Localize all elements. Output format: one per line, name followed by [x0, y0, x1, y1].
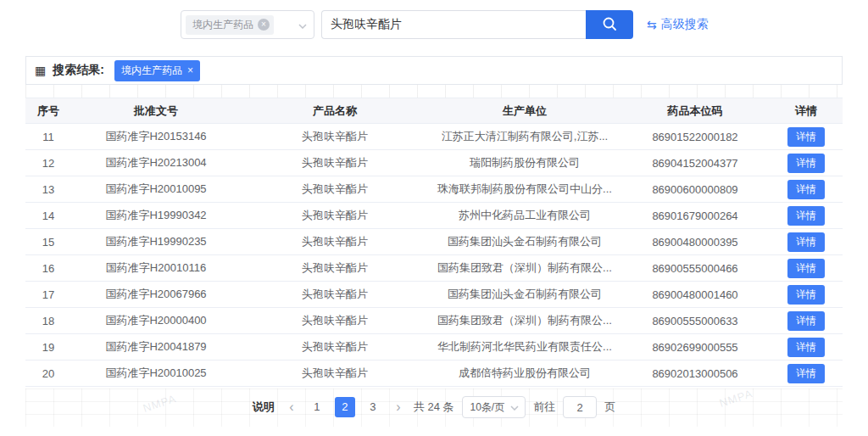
table-row: 15国药准字H19990235头孢呋辛酯片国药集团汕头金石制药有限公司86900… [25, 229, 843, 255]
header-manufacturer: 生产单位 [429, 98, 620, 124]
detail-button[interactable]: 详情 [787, 338, 825, 357]
goto-page-input[interactable] [563, 396, 597, 418]
table-row: 16国药准字H20010116头孢呋辛酯片国药集团致君（深圳）制药有限公...8… [25, 255, 843, 282]
page-button-3[interactable]: 3 [363, 397, 383, 417]
page-size-select[interactable]: 10条/页 [462, 396, 526, 418]
results-filter-tag[interactable]: 境内生产药品 × [114, 60, 200, 81]
table-row: 18国药准字H20000400头孢呋辛酯片国药集团致君（深圳）制药有限公...8… [25, 308, 843, 334]
header-approval-number: 批准文号 [71, 98, 241, 124]
header-detail: 详情 [770, 98, 843, 124]
total-count-label: 共 24 条 [414, 400, 454, 415]
approval-number: 国药准字H20041879 [71, 334, 241, 361]
table-body: 11国药准字H20153146头孢呋辛酯片江苏正大清江制药有限公司,江苏...8… [25, 124, 843, 387]
row-no: 17 [25, 282, 71, 308]
header-drug-code: 药品本位码 [620, 98, 770, 124]
detail-button[interactable]: 详情 [787, 206, 825, 226]
manufacturer: 国药集团致君（深圳）制药有限公... [429, 255, 620, 282]
product-name: 头孢呋辛酯片 [241, 282, 429, 308]
approval-number: 国药准字H20010095 [71, 176, 241, 203]
search-input[interactable] [321, 10, 586, 39]
row-no: 13 [25, 176, 71, 203]
detail-button[interactable]: 详情 [787, 311, 825, 331]
manufacturer: 华北制药河北华民药业有限责任公... [429, 334, 620, 361]
detail-cell: 详情 [770, 203, 843, 229]
table-header-row: 序号 批准文号 产品名称 生产单位 药品本位码 详情 [25, 98, 843, 124]
table-row: 19国药准字H20041879头孢呋辛酯片华北制药河北华民药业有限责任公...8… [25, 334, 843, 361]
drug-code: 86900600000809 [620, 176, 770, 203]
drug-code: 86900480000395 [620, 229, 770, 255]
approval-number: 国药准字H20000400 [71, 308, 241, 334]
header-product-name: 产品名称 [241, 98, 429, 124]
tag-remove-icon[interactable]: × [258, 19, 270, 31]
detail-button[interactable]: 详情 [787, 180, 825, 199]
drug-code: 86900480001460 [620, 282, 770, 308]
detail-cell: 详情 [770, 308, 843, 334]
filter-icon: ⇆ [647, 19, 657, 31]
results-label: 搜索结果: [53, 63, 104, 78]
product-name: 头孢呋辛酯片 [241, 255, 429, 282]
results-filter-tag-label: 境内生产药品 [121, 64, 182, 78]
manufacturer: 江苏正大清江制药有限公司,江苏... [429, 124, 620, 150]
approval-number: 国药准字H20213004 [71, 150, 241, 176]
drug-code: 86904152004377 [620, 150, 770, 176]
row-no: 11 [25, 124, 71, 150]
row-no: 15 [25, 229, 71, 255]
next-page-button[interactable]: › [391, 400, 406, 414]
table-row: 17国药准字H20067966头孢呋辛酯片国药集团汕头金石制药有限公司86900… [25, 282, 843, 308]
manufacturer: 国药集团汕头金石制药有限公司 [429, 229, 620, 255]
page-size-value: 10条/页 [470, 400, 505, 415]
row-no: 12 [25, 150, 71, 176]
detail-button[interactable]: 详情 [787, 154, 825, 173]
detail-button[interactable]: 详情 [787, 285, 825, 305]
product-name: 头孢呋辛酯片 [241, 176, 429, 203]
detail-cell: 详情 [770, 282, 843, 308]
row-no: 18 [25, 308, 71, 334]
advanced-search-label: 高级搜索 [661, 17, 709, 32]
manufacturer: 国药集团致君（深圳）制药有限公... [429, 308, 620, 334]
results-header: ▦ 搜索结果: 境内生产药品 × [25, 56, 843, 85]
approval-number: 国药准字H20010116 [71, 255, 241, 282]
drug-type-tag: 境内生产药品 × [186, 15, 274, 35]
search-button[interactable] [586, 10, 633, 39]
table-row: 14国药准字H19990342头孢呋辛酯片苏州中化药品工业有限公司8690167… [25, 203, 843, 229]
approval-number: 国药准字H20067966 [71, 282, 241, 308]
results-table: 序号 批准文号 产品名称 生产单位 药品本位码 详情 11国药准字H201531… [25, 98, 843, 387]
note-link[interactable]: 说明 [253, 400, 275, 415]
page-button-1[interactable]: 1 [307, 397, 327, 417]
product-name: 头孢呋辛酯片 [241, 150, 429, 176]
manufacturer: 成都倍特药业股份有限公司 [429, 361, 620, 387]
results-panel: ▦ 搜索结果: 境内生产药品 × 序号 批准文号 产品名称 生产单位 药品本位码… [25, 56, 843, 427]
manufacturer: 国药集团汕头金石制药有限公司 [429, 282, 620, 308]
row-no: 16 [25, 255, 71, 282]
page-button-2-active[interactable]: 2 [335, 397, 355, 417]
pagination: 说明 ‹ 1 2 3 › 共 24 条 10条/页 前往 页 [25, 396, 843, 418]
drug-type-select[interactable]: 境内生产药品 × [181, 10, 314, 39]
detail-cell: 详情 [770, 255, 843, 282]
product-name: 头孢呋辛酯片 [241, 124, 429, 150]
tag-close-icon[interactable]: × [187, 65, 193, 75]
goto-label: 前往 [533, 400, 555, 415]
prev-page-button[interactable]: ‹ [284, 400, 299, 414]
product-name: 头孢呋辛酯片 [241, 334, 429, 361]
detail-button[interactable]: 详情 [787, 232, 825, 252]
product-name: 头孢呋辛酯片 [241, 203, 429, 229]
approval-number: 国药准字H19990235 [71, 229, 241, 255]
approval-number: 国药准字H19990342 [71, 203, 241, 229]
detail-button[interactable]: 详情 [787, 364, 825, 383]
manufacturer: 苏州中化药品工业有限公司 [429, 203, 620, 229]
detail-button[interactable]: 详情 [787, 127, 825, 147]
detail-cell: 详情 [770, 150, 843, 176]
row-no: 19 [25, 334, 71, 361]
detail-button[interactable]: 详情 [787, 259, 825, 278]
detail-cell: 详情 [770, 229, 843, 255]
manufacturer: 瑞阳制药股份有限公司 [429, 150, 620, 176]
background-grid [25, 85, 843, 98]
pagination-area: 说明 ‹ 1 2 3 › 共 24 条 10条/页 前往 页 [25, 388, 843, 427]
advanced-search-link[interactable]: ⇆ 高级搜索 [647, 17, 709, 32]
goto-unit-label: 页 [604, 400, 615, 415]
drug-code: 86901679000264 [620, 203, 770, 229]
row-no: 14 [25, 203, 71, 229]
search-bar: 境内生产药品 × ⇆ 高级搜索 [181, 10, 868, 39]
manufacturer: 珠海联邦制药股份有限公司中山分... [429, 176, 620, 203]
chevron-down-icon [298, 17, 307, 32]
